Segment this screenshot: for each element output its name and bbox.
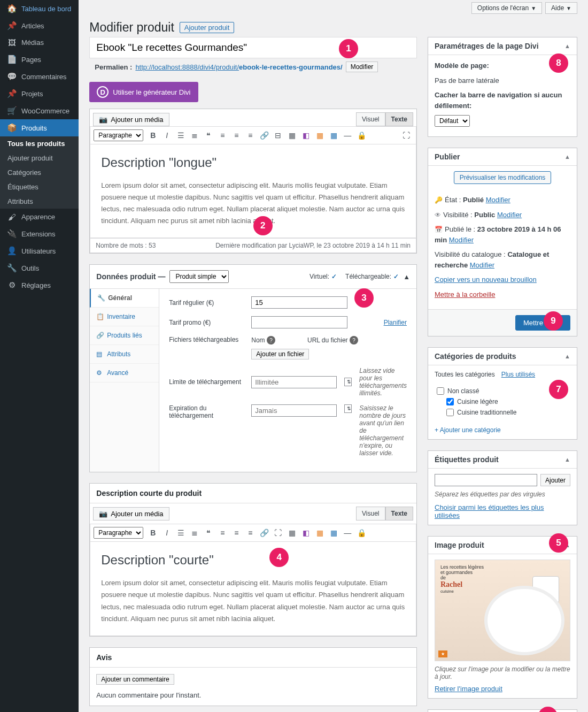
divi-module-icon[interactable]: ◧ xyxy=(299,526,312,539)
sidebar-item-projects[interactable]: 📌Projets xyxy=(0,85,79,102)
bold-icon[interactable]: B xyxy=(146,129,159,142)
hr-icon[interactable]: ― xyxy=(341,129,354,142)
submenu-all-products[interactable]: Tous les produits xyxy=(0,136,79,151)
download-limit-input[interactable] xyxy=(251,376,337,388)
visual-tab[interactable]: Visuel xyxy=(356,112,385,126)
pd-tab-advanced[interactable]: ⚙Avancé xyxy=(90,364,159,382)
table-icon[interactable]: ▦ xyxy=(285,129,298,142)
permalink-base-link[interactable]: http://localhost:8888/divi4/produit/ xyxy=(135,63,239,71)
sidebar-item-media[interactable]: 🖼Médias xyxy=(0,34,79,51)
sale-price-input[interactable] xyxy=(251,316,347,328)
pd-tab-inventory[interactable]: 📋Inventaire xyxy=(90,308,159,326)
sidebar-item-woocommerce[interactable]: 🛒WooCommerce xyxy=(0,102,79,119)
edit-catalog-link[interactable]: Modifier xyxy=(470,261,494,269)
format-select-2[interactable]: Paragraphe xyxy=(94,527,143,539)
blocks-icon[interactable]: ▦ xyxy=(327,129,340,142)
lock-icon[interactable]: 🔒 xyxy=(355,526,368,539)
most-used-tab[interactable]: Plus utilisés xyxy=(501,371,535,378)
list-ol-icon[interactable]: ≣ xyxy=(188,129,201,142)
sidebar-item-posts[interactable]: 📌Articles xyxy=(0,17,79,34)
link-icon[interactable]: 🔗 xyxy=(258,129,270,142)
add-product-link[interactable]: Ajouter produit xyxy=(180,22,235,33)
sidebar-item-pages[interactable]: 📄Pages xyxy=(0,51,79,68)
choose-tags-link[interactable]: Choisir parmi les étiquettes les plus ut… xyxy=(435,503,544,519)
collapse-icon[interactable]: ▲ xyxy=(403,273,410,281)
submenu-attributes[interactable]: Attributs xyxy=(0,194,79,209)
sidebar-item-settings[interactable]: ⚙Réglages xyxy=(0,277,79,294)
list-ul-icon[interactable]: ☰ xyxy=(174,526,187,539)
submenu-add-product[interactable]: Ajouter produit xyxy=(0,151,79,165)
permalink-slug[interactable]: ebook-le-recettes-gourmandes/ xyxy=(239,63,343,71)
text-tab-2[interactable]: Texte xyxy=(385,507,413,520)
sidebar-item-tools[interactable]: 🔧Outils xyxy=(0,259,79,277)
help-icon[interactable]: ? xyxy=(350,336,358,344)
all-cats-tab[interactable]: Toutes les catégories xyxy=(435,371,495,378)
visual-tab-2[interactable]: Visuel xyxy=(356,507,385,520)
hr-icon[interactable]: ― xyxy=(341,526,354,539)
color-icon[interactable]: ▦ xyxy=(313,129,326,142)
help-icon[interactable]: ? xyxy=(267,336,275,344)
color-icon[interactable]: ▦ xyxy=(313,526,326,539)
align-right-icon[interactable]: ≡ xyxy=(244,129,257,142)
add-comment-button[interactable]: Ajouter un commentaire xyxy=(96,674,174,685)
product-image-thumbnail[interactable]: Les recettes légères et gourmandes de Ra… xyxy=(435,560,570,661)
add-tag-button[interactable]: Ajouter xyxy=(540,474,570,486)
copy-draft-link[interactable]: Copier vers un nouveau brouillon xyxy=(435,275,537,284)
sidebar-item-comments[interactable]: 💬Commentaires xyxy=(0,68,79,85)
align-left-icon[interactable]: ≡ xyxy=(216,526,229,539)
bold-icon[interactable]: B xyxy=(146,526,159,539)
remove-image-link[interactable]: Retirer l'image produit xyxy=(435,685,502,693)
sidebar-item-plugins[interactable]: 🔌Extensions xyxy=(0,225,79,242)
pd-tab-attrs[interactable]: ▤Attributs xyxy=(90,345,159,364)
text-tab[interactable]: Texte xyxy=(385,112,413,126)
screen-options-button[interactable]: Options de l'écran▼ xyxy=(471,2,542,14)
hide-nav-select[interactable]: Défaut xyxy=(435,115,470,127)
pd-tab-linked[interactable]: 🔗Produits liés xyxy=(90,326,159,345)
sidebar-item-products[interactable]: 📦Produits xyxy=(0,119,79,136)
downloadable-checkbox[interactable]: Téléchargeable: ✓ xyxy=(345,273,399,280)
quote-icon[interactable]: ❝ xyxy=(202,526,215,539)
blocks-icon[interactable]: ▦ xyxy=(327,526,340,539)
more-icon[interactable]: ⊟ xyxy=(272,129,284,142)
download-expiry-input[interactable] xyxy=(251,404,337,417)
collapse-icon[interactable]: ▲ xyxy=(564,43,570,49)
regular-price-input[interactable] xyxy=(251,296,347,309)
preview-changes-button[interactable]: Prévisualiser les modifications xyxy=(454,171,552,184)
fullscreen-icon[interactable]: ⛶ xyxy=(400,129,413,142)
table-icon[interactable]: ▦ xyxy=(285,526,298,539)
edit-date-link[interactable]: Modifier xyxy=(449,236,474,244)
collapse-icon[interactable]: ▲ xyxy=(564,154,570,160)
submenu-categories[interactable]: Catégories xyxy=(0,165,79,180)
add-media-button-2[interactable]: 📷Ajouter un média xyxy=(93,507,169,520)
align-center-icon[interactable]: ≡ xyxy=(230,526,243,539)
sidebar-item-dashboard[interactable]: 🏠Tableau de bord xyxy=(0,0,79,17)
edit-visibility-link[interactable]: Modifier xyxy=(497,211,522,219)
add-media-button[interactable]: 📷Ajouter un média xyxy=(93,113,169,126)
product-title-input[interactable] xyxy=(89,37,417,58)
collapse-icon[interactable]: ▲ xyxy=(564,353,570,359)
schedule-link[interactable]: Planifier xyxy=(384,319,407,326)
cat-cuisine-legere[interactable]: Cuisine légère xyxy=(435,396,570,407)
collapse-icon[interactable]: ▲ xyxy=(564,456,570,463)
italic-icon[interactable]: I xyxy=(160,526,173,539)
quote-icon[interactable]: ❝ xyxy=(202,129,215,142)
pd-tab-general[interactable]: 🔧Général xyxy=(90,289,159,308)
align-left-icon[interactable]: ≡ xyxy=(216,129,229,142)
fullscreen-icon[interactable]: ⛶ xyxy=(272,526,284,539)
add-category-link[interactable]: + Ajouter une catégorie xyxy=(435,426,501,434)
cat-cuisine-trad[interactable]: Cuisine traditionnelle xyxy=(435,407,570,418)
trash-link[interactable]: Mettre à la corbeille xyxy=(435,290,495,298)
sidebar-item-users[interactable]: 👤Utilisateurs xyxy=(0,242,79,259)
edit-status-link[interactable]: Modifier xyxy=(486,196,510,204)
link-icon[interactable]: 🔗 xyxy=(258,526,270,539)
italic-icon[interactable]: I xyxy=(160,129,173,142)
list-ul-icon[interactable]: ☰ xyxy=(174,129,187,142)
align-right-icon[interactable]: ≡ xyxy=(244,526,257,539)
product-type-select[interactable]: Produit simple xyxy=(169,270,229,283)
virtual-checkbox[interactable]: Virtuel: ✓ xyxy=(310,273,337,280)
divi-builder-button[interactable]: D Utiliser le générateur Divi xyxy=(89,82,198,102)
permalink-edit-button[interactable]: Modifier xyxy=(346,62,378,72)
lock-icon[interactable]: 🔒 xyxy=(355,129,368,142)
sidebar-item-appearance[interactable]: 🖌Apparence xyxy=(0,209,79,225)
tag-input[interactable] xyxy=(435,474,537,486)
